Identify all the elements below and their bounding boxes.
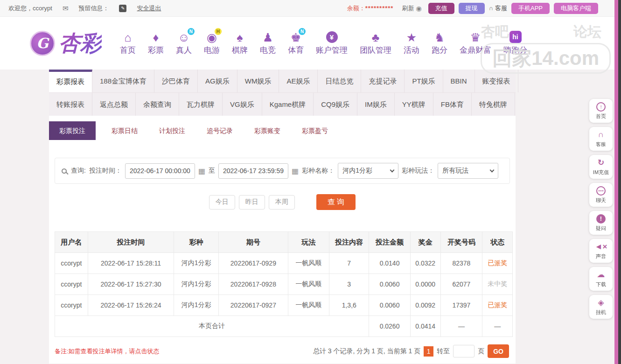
bets-table: 用户名 投注时间 彩种 期号 玩法 投注内容 投注金额 奖金 开奖号码 状态 c…: [55, 231, 513, 337]
tab-ag[interactable]: AG娱乐: [198, 70, 237, 92]
tab-wm[interactable]: WM娱乐: [237, 70, 279, 92]
side-chat-button[interactable]: ⋯ 聊天: [589, 183, 613, 207]
nav-item-esports[interactable]: ♟ 电竞: [254, 31, 282, 56]
side-im-recharge-button[interactable]: ↻ IM充值: [589, 155, 613, 179]
tab-bbin[interactable]: BBIN: [443, 70, 475, 92]
nav-item-team[interactable]: ♣ 团队管理: [354, 31, 398, 56]
egames-gamepad-icon: ◉H: [207, 31, 217, 44]
rhino-icon: ♞: [434, 31, 445, 44]
tab-rebate-total[interactable]: 返点总额: [92, 93, 136, 116]
logout-link[interactable]: 安全退出: [137, 4, 161, 13]
lottery-name-select[interactable]: 河内1分彩: [338, 163, 398, 179]
nav-item-hi-paofen[interactable]: hi 嗨跑分: [497, 31, 533, 56]
subtab-lottery-daily[interactable]: 彩票日结: [112, 121, 138, 140]
site-logo[interactable]: G 杏彩: [30, 29, 102, 58]
play-type-label: 彩种玩法：: [402, 167, 434, 175]
tab-cq9[interactable]: CQ9娱乐: [314, 93, 357, 116]
tab-lottery-report[interactable]: 彩票报表: [49, 70, 92, 92]
lottery-name-label: 彩种名称：: [302, 167, 335, 175]
tab-ae[interactable]: AE娱乐: [279, 70, 318, 92]
current-page-button[interactable]: 1: [424, 346, 433, 357]
side-question-button[interactable]: ! 疑问: [589, 211, 613, 235]
edit-icon[interactable]: ✎: [119, 5, 126, 12]
nav-item-cards[interactable]: ♠ 棋牌: [226, 31, 254, 56]
side-download-button[interactable]: ☁ 下载: [589, 267, 613, 291]
balance-value: **********: [365, 5, 394, 12]
tab-terabbit-chess[interactable]: 特兔棋牌: [472, 93, 515, 116]
nav-item-paofen[interactable]: ♞ 跑分: [426, 31, 454, 56]
side-home-button[interactable]: ↑ 首页: [589, 99, 613, 123]
chat-bubble-icon: ⋯: [596, 186, 606, 196]
play-type-select[interactable]: 所有玩法: [438, 163, 498, 179]
nav-item-sports[interactable]: ♚N 体育: [282, 31, 310, 56]
sports-trophy-icon: ♚N: [291, 31, 301, 44]
mute-speaker-icon: ◄×: [589, 242, 613, 252]
tab-wali-chess[interactable]: 瓦力棋牌: [179, 93, 223, 116]
wealth-cup-icon: ♛: [470, 31, 481, 44]
tab-vg[interactable]: VG娱乐: [223, 93, 262, 116]
summary-prize: 0.0414: [410, 316, 440, 337]
activity-gift-icon: ★: [406, 31, 417, 44]
nav-item-live[interactable]: ☺N 真人: [170, 31, 198, 56]
subtab-plan-bets[interactable]: 计划投注: [159, 121, 185, 140]
nav-item-activity[interactable]: ★ 活动: [398, 31, 426, 56]
query-submit-button[interactable]: 查 询: [316, 194, 356, 210]
subtab-chase-records[interactable]: 追号记录: [207, 121, 233, 140]
table-footer: 备注:如需查看投注单详情，请点击状态 总计 3 个记录, 分为 1 页, 当前第…: [55, 344, 509, 358]
reserved-info-label: 预留信息：: [78, 4, 109, 13]
customer-service-link[interactable]: ∩客服: [489, 4, 507, 13]
tab-im[interactable]: IM娱乐: [357, 93, 395, 116]
side-sound-button[interactable]: ◄× 声音: [589, 239, 613, 263]
table-header-row: 用户名 投注时间 彩种 期号 玩法 投注内容 投注金额 奖金 开奖号码 状态: [55, 232, 513, 253]
subtab-lottery-bets[interactable]: 彩票投注: [49, 121, 96, 140]
status-link[interactable]: 已派奖: [482, 295, 513, 316]
eye-icon[interactable]: ◉: [416, 5, 421, 12]
live-dealer-icon: ☺N: [178, 31, 190, 44]
yesterday-button[interactable]: 昨日: [239, 195, 265, 210]
goto-page-input[interactable]: [453, 345, 474, 357]
today-button[interactable]: 今日: [209, 195, 235, 210]
tab-pt[interactable]: PT娱乐: [405, 70, 443, 92]
nav-item-lottery[interactable]: ♦ 彩票: [142, 31, 170, 56]
side-autoplay-button[interactable]: ◈ 挂机: [589, 295, 613, 319]
subtab-lottery-profit[interactable]: 彩票盈亏: [302, 121, 328, 140]
subtab-lottery-account-change[interactable]: 彩票账变: [254, 121, 280, 140]
mobile-app-button[interactable]: 手机APP: [511, 3, 550, 14]
diamond-icon: ◈: [589, 298, 613, 308]
recharge-button[interactable]: 充值: [428, 3, 454, 14]
go-button[interactable]: GO: [488, 344, 509, 358]
tab-transfer-report[interactable]: 转账报表: [49, 93, 92, 116]
tab-fb-sport[interactable]: FB体育: [433, 93, 472, 116]
quick-filter-row: 今日 昨日 本周 查 询: [49, 194, 516, 210]
time-to-input[interactable]: [218, 163, 288, 179]
tab-balance-query[interactable]: 余额查询: [136, 93, 179, 116]
tab-account-change-report[interactable]: 账变报表: [475, 70, 518, 92]
search-icon: [62, 168, 67, 174]
side-service-button[interactable]: ∩ 客服: [589, 127, 613, 151]
status-link[interactable]: 已派奖: [482, 253, 513, 274]
tab-yy-chess[interactable]: YY棋牌: [395, 93, 433, 116]
tab-shaba-sport[interactable]: 沙巴体育: [154, 70, 198, 92]
page-scrollbar[interactable]: [614, 0, 618, 364]
nav-item-egames[interactable]: ◉H 电游: [198, 31, 226, 56]
nav-item-account[interactable]: ¥ 账户管理: [310, 31, 354, 56]
pc-client-button[interactable]: 电脑客户端: [554, 3, 598, 14]
refresh-link[interactable]: 刷新: [402, 4, 414, 13]
time-from-input[interactable]: [125, 163, 195, 179]
nav-item-home[interactable]: ⌂ 首页: [114, 31, 142, 56]
withdraw-button[interactable]: 提现: [459, 3, 485, 14]
nav-item-wealth[interactable]: ♛ 金鼎财富: [454, 31, 497, 56]
status-link[interactable]: 未中奖: [482, 274, 513, 295]
tab-daily-summary[interactable]: 日结总览: [318, 70, 361, 92]
calendar-icon[interactable]: ▦: [198, 167, 205, 175]
mail-icon[interactable]: ✉: [63, 4, 69, 13]
screen-edge: [618, 0, 621, 364]
tab-188-sport[interactable]: 188金宝博体育: [92, 70, 154, 92]
pagination-summary: 总计 3 个记录, 分为 1 页, 当前第 1 页: [313, 347, 420, 356]
calendar-icon[interactable]: ▦: [292, 167, 299, 175]
tab-deposit-records[interactable]: 充提记录: [361, 70, 405, 92]
tab-kgame[interactable]: Kgame棋牌: [262, 93, 314, 116]
team-people-icon: ♣: [372, 31, 379, 44]
new-badge: N: [299, 28, 306, 35]
this-week-button[interactable]: 本周: [269, 195, 295, 210]
